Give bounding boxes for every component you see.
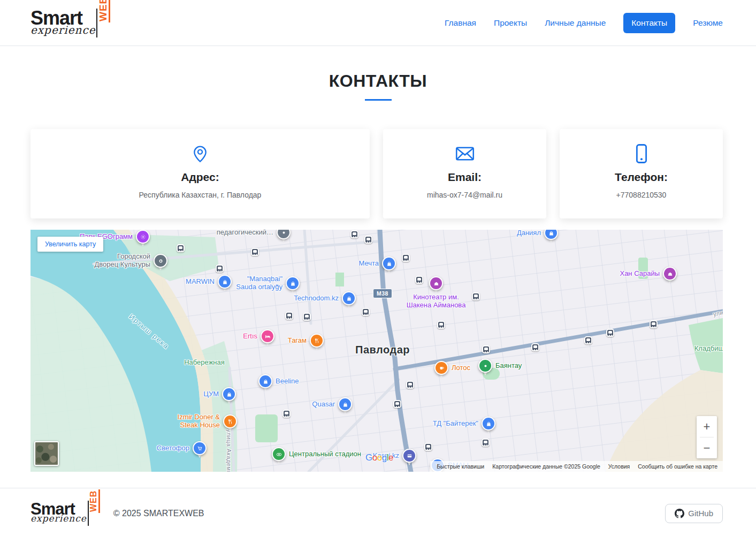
marker-label: Лотос [452, 364, 470, 372]
card-value: +77088210530 [560, 191, 723, 199]
map-zoom-control: + − [697, 416, 717, 458]
bus-stop-icon[interactable] [285, 312, 293, 320]
marker-label: Центральный стадион [289, 450, 361, 458]
shopping-bag-icon [338, 397, 352, 411]
bus-stop-icon[interactable] [482, 439, 490, 447]
bus-stop-icon[interactable] [531, 343, 539, 351]
google-watermark[interactable]: Google [365, 452, 393, 463]
restaurant-icon [223, 414, 237, 428]
cafe-icon [434, 361, 448, 375]
title-underline [365, 99, 392, 101]
marker-label: Светофор [157, 444, 189, 452]
nav-item-0[interactable]: Главная [445, 18, 476, 28]
footer-logo[interactable]: Smart experience WEB [30, 501, 104, 526]
map-marker-1[interactable]: Даниял [544, 230, 558, 240]
map-area-label-4: улица Академика [226, 429, 233, 472]
bus-stop-icon[interactable] [472, 292, 480, 300]
map-marker-16[interactable]: Лотос [434, 361, 448, 375]
bus-stop-icon[interactable] [251, 248, 259, 256]
ring-icon [154, 254, 167, 268]
bus-stop-icon[interactable] [437, 321, 445, 329]
map-marker-3[interactable]: Городской Дворец Культуры [154, 254, 167, 268]
map-marker-20[interactable]: Центральный стадион [272, 447, 286, 461]
enlarge-map-button[interactable]: Увеличить карту [37, 237, 103, 252]
brand-logo[interactable]: Smart experience WEB [30, 9, 112, 37]
shopping-bag-icon [222, 387, 236, 401]
map-marker-19[interactable]: Светофор [193, 441, 207, 455]
map-marker-13[interactable]: ЦУМ [222, 387, 236, 401]
bus-stop-icon[interactable] [303, 313, 311, 321]
marker-label: Даниял [517, 230, 541, 237]
bus-stop-icon[interactable] [350, 230, 358, 238]
map-marker-5[interactable]: "Manaqbai" Sauda ortalyğy [286, 276, 300, 290]
bus-stop-icon[interactable] [364, 236, 372, 244]
bus-stop-icon[interactable] [177, 244, 185, 252]
header: Smart experience WEB ГлавнаяПроектыЛичны… [0, 0, 756, 46]
map-marker-7[interactable]: Technodom.kz [342, 291, 356, 305]
marker-label: Тагам [288, 337, 307, 345]
bus-stop-icon[interactable] [362, 308, 370, 316]
footer-brand-web: WEB [89, 489, 100, 513]
bus-stop-icon[interactable] [606, 329, 614, 337]
map-marker-14[interactable]: Izmir Doner & Steak House [223, 414, 237, 428]
bus-stop-icon[interactable] [282, 410, 291, 418]
building-icon [429, 276, 443, 290]
brand-text: Smart experience [30, 9, 95, 35]
map-area-label-3: Кладбище [694, 345, 723, 353]
map-marker-15[interactable]: Quasar [338, 397, 352, 411]
map-marker-17[interactable]: Баянтау [478, 359, 492, 373]
bus-stop-icon[interactable] [393, 400, 401, 408]
brand-tagline: experience [30, 25, 95, 35]
card-value: mihas-ox7-74@mail.ru [383, 191, 546, 199]
nav-item-3[interactable]: Контакты [623, 13, 675, 33]
dot-icon [277, 230, 291, 239]
github-button[interactable]: GitHub [665, 504, 723, 523]
bus-stop-icon[interactable] [415, 276, 423, 284]
zoom-in-button[interactable]: + [697, 416, 717, 437]
building-icon [663, 267, 677, 281]
marker-label: Кинотеатр им. Шакена Айманова [407, 293, 466, 309]
brand-web-box: WEB [96, 9, 112, 37]
card-value: Республика Казахстан, г. Павлодар [30, 191, 370, 199]
map-marker-18[interactable]: ТД "Байтерек" [482, 417, 495, 431]
map-marker-10[interactable]: Ertıs [261, 329, 274, 343]
attribution-item-0[interactable]: Быстрые клавиши [437, 463, 484, 470]
shopping-bag-icon [544, 230, 558, 240]
map-marker-21[interactable]: Kaspi.kz [402, 449, 416, 463]
bus-stop-icon[interactable] [406, 381, 414, 389]
satellite-view-thumbnail[interactable] [34, 441, 59, 466]
map-marker-8[interactable]: Кинотеатр им. Шакена Айманова [429, 276, 443, 290]
map-marker-2[interactable]: Парк EGOграмм [136, 230, 150, 244]
map-marker-6[interactable]: Мечта [382, 256, 396, 270]
bus-stop-icon[interactable] [402, 254, 410, 262]
map-marker-12[interactable]: Beeline [258, 374, 272, 388]
attribution-item-2[interactable]: Условия [608, 463, 630, 470]
bus-stop-icon[interactable] [424, 443, 432, 451]
bus-stop-icon[interactable] [216, 265, 224, 273]
map-marker-11[interactable]: Тагам [310, 334, 324, 348]
nav-item-2[interactable]: Личные данные [545, 18, 606, 28]
section-head: КОНТАКТЫ [0, 71, 756, 101]
card-title: Email: [383, 171, 546, 184]
github-icon [675, 509, 684, 518]
google-map[interactable]: Иртыш рекаНабережнаяПавлодарКладбищеулиц… [30, 230, 723, 472]
nav-item-4[interactable]: Резюме [693, 18, 723, 28]
marker-label: Городской Дворец Культуры [95, 253, 150, 269]
map-marker-4[interactable]: MARWIN [218, 275, 232, 289]
bus-stop-icon[interactable] [482, 345, 490, 353]
github-label: GitHub [688, 509, 713, 518]
map-area-label-2: Павлодар [355, 344, 410, 356]
footer-brand-tagline: experience [30, 514, 87, 523]
marker-label: ТД "Байтерек" [433, 420, 478, 428]
road-shield-m38: M38 [373, 289, 392, 298]
card-title: Телефон: [560, 171, 723, 184]
bus-stop-icon[interactable] [650, 320, 658, 328]
attribution-item-3[interactable]: Сообщить об ошибке на карте [638, 463, 717, 470]
map-marker-9[interactable]: Хан Сарайы [663, 267, 677, 281]
nav-item-1[interactable]: Проекты [494, 18, 527, 28]
map-marker-0[interactable]: педагогический… [277, 230, 291, 239]
phone-icon [560, 143, 723, 164]
zoom-out-button[interactable]: − [697, 437, 717, 458]
shopping-bag-icon [286, 276, 300, 290]
bus-stop-icon[interactable] [584, 336, 592, 344]
